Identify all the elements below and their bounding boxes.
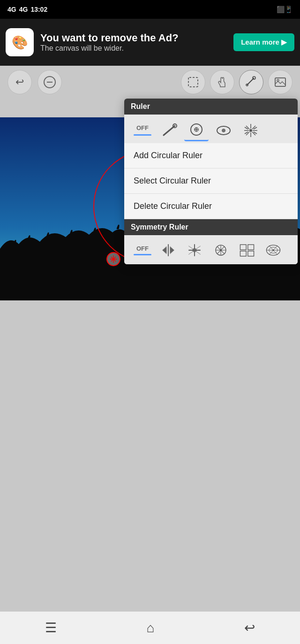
svg-point-49: [220, 249, 222, 251]
svg-marker-44: [170, 247, 174, 254]
undo-button[interactable]: ↩: [8, 70, 32, 94]
signal-icon2: 4G: [19, 6, 28, 13]
battery-icon: ⬛📱: [277, 6, 292, 13]
hand-tool-button[interactable]: [210, 70, 234, 94]
toolbar: ↩: [0, 66, 300, 99]
rotational-tile-button[interactable]: [261, 240, 285, 261]
select-circular-ruler-item[interactable]: Select Circular Ruler: [124, 169, 298, 194]
undo2-button[interactable]: [38, 70, 62, 94]
svg-rect-53: [248, 251, 254, 256]
select-tool-button[interactable]: [181, 70, 205, 94]
gallery-button[interactable]: [268, 70, 292, 94]
home-button[interactable]: ⌂: [137, 616, 164, 640]
toolbar-left: ↩: [8, 70, 62, 94]
ruler-tool-button[interactable]: [239, 70, 263, 94]
canvas-area[interactable]: Ruler OFF: [0, 99, 300, 300]
svg-point-59: [272, 249, 274, 251]
svg-rect-52: [240, 251, 246, 256]
status-bar: 4G 4G 13:02 ⬛📱: [0, 0, 300, 19]
svg-rect-50: [240, 245, 246, 250]
app-logo: 🎨: [6, 28, 34, 56]
ruler-header: Ruler: [124, 99, 298, 115]
ad-subtitle: The canvas will be wider.: [40, 44, 227, 53]
ad-banner: 🎨 You want to remove the Ad? The canvas …: [0, 19, 300, 66]
learn-more-button[interactable]: Learn more ▶: [233, 33, 294, 51]
ruler-icons-row: OFF: [124, 115, 298, 143]
svg-point-6: [277, 79, 279, 81]
ad-text: You want to remove the Ad? The canvas wi…: [40, 32, 227, 53]
circular-ruler-button[interactable]: [184, 119, 209, 141]
vertical-symmetry-button[interactable]: [156, 240, 180, 261]
ad-title: You want to remove the Ad?: [40, 32, 227, 44]
symmetry-off-button[interactable]: OFF: [131, 243, 154, 257]
add-circular-ruler-item[interactable]: Add Circular Ruler: [124, 143, 298, 169]
status-left: 4G 4G 13:02: [8, 6, 47, 13]
status-right: ⬛📱: [277, 6, 292, 13]
toolbar-right: [181, 70, 292, 94]
menu-button[interactable]: ☰: [36, 615, 66, 640]
empty-area: [0, 300, 300, 644]
radial-ruler-button[interactable]: [239, 120, 263, 141]
delete-circular-ruler-item[interactable]: Delete Circular Ruler: [124, 194, 298, 219]
ruler-panel: Ruler OFF: [124, 99, 298, 264]
svg-rect-2: [188, 77, 198, 87]
radial-symmetry-button[interactable]: [209, 240, 233, 261]
symmetry-icons-row: OFF: [124, 235, 298, 264]
svg-rect-51: [248, 245, 254, 250]
fourfold-symmetry-button[interactable]: [182, 240, 207, 261]
svg-marker-43: [162, 247, 166, 254]
back-button[interactable]: ↩: [235, 615, 264, 640]
signal-icon: 4G: [8, 6, 16, 13]
straight-ruler-button[interactable]: [157, 120, 181, 141]
time-display: 13:02: [30, 6, 47, 13]
ellipse-ruler-button[interactable]: [211, 120, 236, 141]
svg-point-27: [249, 129, 252, 132]
bottom-nav: ☰ ⌂ ↩: [0, 611, 300, 644]
tile-symmetry-button[interactable]: [235, 240, 259, 261]
symmetry-header: Symmetry Ruler: [124, 219, 298, 235]
ruler-off-button[interactable]: OFF: [131, 123, 154, 138]
